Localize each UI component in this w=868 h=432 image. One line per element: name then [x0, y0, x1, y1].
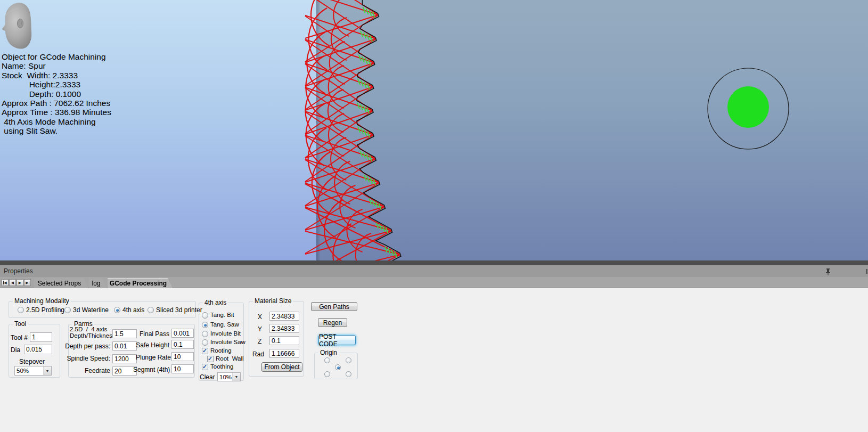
material-x-label: X [258, 313, 262, 321]
stepover-value: 50% [15, 366, 43, 375]
origin-bottom-left-radio[interactable] [324, 371, 330, 377]
tab-nav-prev-button[interactable]: ◀ [9, 279, 16, 286]
panel-divider[interactable] [0, 260, 868, 265]
radio-label: 3d Waterline [73, 306, 109, 314]
viewport-3d[interactable]: Object for GCode Machining Name: Spur St… [0, 0, 868, 260]
clear-label: Clear [200, 373, 215, 381]
tab-nav-first-button[interactable]: ◀ [2, 279, 9, 286]
material-x-input[interactable] [269, 312, 299, 321]
info-line: Approx Time : 336.98 Minutes [2, 108, 111, 117]
info-line: Stock Width: 2.3333 [2, 71, 111, 80]
checkbox-rooting[interactable] [202, 348, 208, 354]
from-object-button[interactable]: From Object [261, 362, 302, 372]
radio-label: Involute Bit [210, 330, 241, 337]
spindle-speed-input[interactable] [112, 354, 137, 363]
head-model-thumbnail [1, 1, 35, 50]
plunge-rate-label: Plunge Rate [136, 354, 169, 361]
post-code-button[interactable]: POST CODE [318, 335, 356, 345]
radio-3d-waterline[interactable] [64, 307, 71, 313]
group-label: Origin [318, 349, 339, 356]
radio-4th-axis[interactable] [114, 307, 120, 313]
origin-top-right-radio[interactable] [346, 357, 351, 363]
depth-thickness-label-2: Depth/Thickness [70, 332, 116, 339]
clipped-corner-icon [866, 269, 867, 274]
gen-paths-button[interactable]: Gen Paths [311, 302, 357, 311]
depth-per-pass-input[interactable] [112, 341, 137, 351]
radio-label: Tang. Saw [210, 321, 239, 328]
material-z-label: Z [258, 338, 261, 345]
segment-4th-input[interactable] [171, 364, 194, 373]
tab-label: log [92, 280, 100, 287]
radio-involute-bit[interactable] [202, 331, 208, 337]
tab-gcode-processing[interactable]: GCode Processing [108, 278, 173, 288]
depth-thickness-label-1: 2.5D / 4 axis [70, 326, 107, 332]
machining-info-text: Object for GCode Machining Name: Spur St… [2, 52, 111, 136]
pin-icon[interactable] [825, 268, 831, 275]
depth-thickness-input[interactable] [112, 329, 137, 338]
radio-label: Sliced 3d printer [156, 306, 202, 314]
group-label: 4th axis [203, 299, 228, 306]
segment-4th-label: Segmnt (4th) [133, 366, 169, 373]
spindle-speed-label: Spindle Speed: [63, 355, 110, 362]
origin-bottom-right-radio[interactable] [346, 371, 351, 377]
tab-label: GCode Processing [110, 280, 167, 287]
tab-label: Selected Props [38, 280, 81, 287]
group-label: Material Size [253, 297, 293, 305]
info-line: Height:2.3333 [2, 80, 111, 89]
info-line: using Slit Saw. [2, 126, 111, 135]
stepover-label: Stepover [19, 358, 45, 365]
properties-title: Properties [4, 267, 33, 275]
button-label: POST CODE [319, 333, 355, 348]
radio-tang-saw[interactable] [202, 322, 208, 328]
safe-height-label: Safe Height [136, 341, 169, 349]
radio-label: 2.5D Profiling [26, 306, 64, 314]
checkbox-label: Root Wall [216, 355, 244, 362]
final-pass-input[interactable] [171, 329, 194, 338]
material-y-input[interactable] [269, 324, 299, 333]
safe-height-input[interactable] [171, 340, 194, 349]
clear-select[interactable]: 10% ▼ [217, 372, 241, 381]
dia-label: Dia [11, 346, 20, 354]
radio-sliced-3d-printer[interactable] [148, 307, 154, 313]
group-label: Machining Modality [13, 297, 71, 305]
button-label: From Object [264, 363, 299, 371]
material-y-label: Y [258, 325, 262, 333]
tab-log[interactable]: log [89, 278, 107, 288]
checkbox-label: Toothing [210, 363, 233, 370]
checkbox-label: Rooting [210, 347, 232, 354]
group-label: Tool [13, 320, 28, 328]
origin-top-left-radio[interactable] [324, 357, 330, 363]
button-label: Regen [323, 319, 342, 327]
stepover-select[interactable]: 50% ▼ [14, 366, 52, 376]
material-rad-input[interactable] [269, 349, 299, 358]
button-label: Gen Paths [319, 303, 349, 311]
final-pass-label: Final Pass [140, 330, 169, 338]
feedrate-label: Feedrate [63, 367, 110, 374]
plunge-rate-input[interactable] [171, 352, 194, 361]
dia-input[interactable] [24, 345, 52, 354]
gcode-machining-app: Object for GCode Machining Name: Spur St… [0, 0, 868, 432]
radio-tang-bit[interactable] [202, 312, 208, 319]
checkbox-root-wall[interactable] [207, 356, 214, 362]
radio-25d-profiling[interactable] [18, 307, 24, 313]
tab-nav-last-button[interactable]: ▶ [24, 279, 31, 286]
tab-nav-next-button[interactable]: ▶ [17, 279, 23, 286]
material-rad-label: Rad [252, 351, 264, 358]
radio-label: 4th axis [122, 306, 144, 314]
info-line: Approx Path : 7062.62 Inches [2, 99, 111, 108]
info-line: Depth: 0.1000 [2, 89, 111, 99]
radio-involute-saw[interactable] [202, 339, 208, 346]
depth-per-pass-label: Depth per pass: [63, 343, 110, 350]
origin-center-radio[interactable] [335, 364, 341, 370]
tool-number-input[interactable] [30, 332, 52, 342]
info-line: 4th Axis Mode Machining [2, 117, 111, 126]
info-line: Object for GCode Machining [2, 52, 111, 61]
tool-number-label: Tool # [11, 334, 28, 341]
gcode-processing-panel: Machining Modality 2.5D Profiling 3d Wat… [0, 288, 868, 432]
tab-selected-props[interactable]: Selected Props [34, 278, 88, 288]
regen-button[interactable]: Regen [318, 318, 347, 327]
tab-strip: ◀ ◀ ▶ ▶ Selected Props log GCode Process… [0, 277, 868, 288]
material-z-input[interactable] [269, 336, 299, 345]
properties-titlebar: Properties [0, 265, 868, 277]
checkbox-toothing[interactable] [202, 364, 208, 370]
